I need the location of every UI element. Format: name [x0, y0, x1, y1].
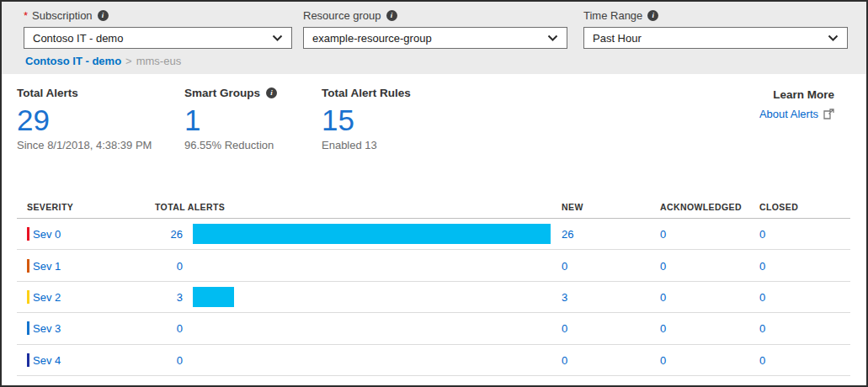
required-asterisk: * — [24, 9, 28, 22]
smart-groups-reduction: 96.55% Reduction — [184, 139, 277, 151]
total-alerts-bar — [193, 287, 234, 307]
time-range-label: Time Range i — [583, 9, 848, 22]
column-header-closed[interactable]: CLOSED — [759, 202, 798, 212]
total-alerts-value[interactable]: 26 — [126, 228, 183, 241]
info-icon[interactable]: i — [647, 10, 658, 21]
breadcrumb: Contoso IT - demo > mms-eus — [25, 55, 181, 67]
total-alerts-value[interactable]: 0 — [126, 322, 183, 335]
smart-groups-title-text: Smart Groups — [184, 87, 260, 99]
about-alerts-link[interactable]: About Alerts — [759, 108, 834, 120]
closed-value[interactable]: 0 — [759, 290, 765, 303]
time-range-filter: Time Range i Past Hour — [583, 9, 848, 49]
new-value[interactable]: 3 — [562, 290, 567, 303]
total-alerts-value[interactable]: 3 — [126, 290, 183, 303]
severity-table-row: Sev 10000 — [17, 250, 850, 281]
total-alerts-value[interactable]: 0 — [126, 259, 183, 272]
alert-rules-count[interactable]: 15 — [322, 105, 411, 136]
external-link-icon — [823, 109, 834, 119]
severity-link[interactable]: Sev 1 — [33, 259, 61, 272]
severity-table-row: Sev 23300 — [17, 282, 850, 313]
resource-group-select-value: example-resource-group — [312, 32, 432, 45]
time-range-label-text: Time Range — [583, 9, 642, 22]
subscription-filter: * Subscription i Contoso IT - demo — [24, 9, 292, 49]
total-alerts-value[interactable]: 0 — [126, 353, 183, 366]
smart-groups-summary: Smart Groups i 1 96.55% Reduction — [184, 87, 277, 151]
learn-more-title: Learn More — [759, 88, 834, 101]
severity-table-rows: Sev 0262600Sev 10000Sev 23300Sev 30000Se… — [17, 219, 850, 376]
resource-group-select[interactable]: example-resource-group — [303, 27, 567, 49]
severity-link[interactable]: Sev 4 — [33, 353, 61, 366]
alert-rules-title: Total Alert Rules — [322, 87, 411, 99]
severity-link[interactable]: Sev 0 — [33, 228, 61, 241]
total-alerts-summary: Total Alerts 29 Since 8/1/2018, 4:38:39 … — [17, 87, 152, 151]
info-icon[interactable]: i — [98, 10, 109, 21]
severity-marker — [27, 321, 29, 335]
breadcrumb-current: mms-eus — [136, 55, 181, 67]
about-alerts-link-text: About Alerts — [759, 108, 818, 120]
total-alerts-title: Total Alerts — [17, 87, 152, 99]
acknowledged-value[interactable]: 0 — [660, 259, 666, 272]
severity-marker — [27, 227, 29, 241]
total-alerts-since: Since 8/1/2018, 4:38:39 PM — [17, 139, 152, 151]
total-alerts-bar — [193, 224, 551, 244]
closed-value[interactable]: 0 — [759, 259, 765, 272]
info-icon[interactable]: i — [386, 10, 397, 21]
subscription-label: * Subscription i — [24, 9, 292, 22]
column-header-acknowledged[interactable]: ACKNOWLEDGED — [660, 202, 742, 212]
chevron-down-icon — [547, 34, 558, 42]
acknowledged-value[interactable]: 0 — [660, 322, 666, 335]
alert-rules-title-text: Total Alert Rules — [322, 87, 411, 99]
severity-link[interactable]: Sev 3 — [33, 322, 61, 335]
severity-link[interactable]: Sev 2 — [33, 290, 61, 303]
closed-value[interactable]: 0 — [759, 322, 765, 335]
smart-groups-title: Smart Groups i — [184, 87, 277, 99]
closed-value[interactable]: 0 — [759, 228, 765, 241]
chevron-down-icon — [272, 34, 283, 42]
new-value[interactable]: 0 — [562, 259, 567, 272]
severity-table-row: Sev 40000 — [17, 345, 850, 376]
new-value[interactable]: 0 — [562, 353, 567, 366]
acknowledged-value[interactable]: 0 — [660, 353, 666, 366]
total-alerts-title-text: Total Alerts — [17, 87, 78, 99]
subscription-label-text: Subscription — [32, 9, 93, 22]
alerts-dashboard: * Subscription i Contoso IT - demo Resou… — [0, 0, 868, 387]
severity-marker — [27, 259, 29, 273]
resource-group-label-text: Resource group — [303, 9, 381, 22]
severity-marker — [27, 353, 29, 367]
column-header-total-alerts[interactable]: TOTAL ALERTS — [155, 202, 225, 212]
new-value[interactable]: 0 — [562, 322, 567, 335]
acknowledged-value[interactable]: 0 — [660, 228, 666, 241]
info-icon[interactable]: i — [266, 87, 277, 98]
learn-more-section: Learn More About Alerts — [759, 88, 834, 120]
breadcrumb-subscription-link[interactable]: Contoso IT - demo — [25, 55, 121, 67]
subscription-select-value: Contoso IT - demo — [33, 32, 123, 45]
total-alerts-count[interactable]: 29 — [17, 105, 152, 136]
severity-table-row: Sev 30000 — [17, 313, 850, 344]
subscription-select[interactable]: Contoso IT - demo — [24, 27, 292, 49]
severity-marker — [27, 290, 29, 304]
acknowledged-value[interactable]: 0 — [660, 290, 666, 303]
closed-value[interactable]: 0 — [759, 353, 765, 366]
time-range-select-value: Past Hour — [593, 32, 642, 45]
time-range-select[interactable]: Past Hour — [583, 27, 848, 49]
alert-rules-enabled: Enabled 13 — [322, 139, 411, 151]
filter-band: * Subscription i Contoso IT - demo Resou… — [2, 2, 866, 74]
column-header-severity[interactable]: SEVERITY — [27, 202, 73, 212]
smart-groups-count[interactable]: 1 — [184, 105, 277, 136]
severity-table-row: Sev 0262600 — [17, 219, 850, 250]
column-header-new[interactable]: NEW — [562, 202, 583, 212]
resource-group-filter: Resource group i example-resource-group — [303, 9, 567, 49]
resource-group-label: Resource group i — [303, 9, 567, 22]
new-value[interactable]: 26 — [562, 228, 573, 241]
chevron-down-icon — [828, 34, 839, 42]
alert-rules-summary: Total Alert Rules 15 Enabled 13 — [322, 87, 411, 151]
breadcrumb-separator: > — [125, 55, 132, 67]
